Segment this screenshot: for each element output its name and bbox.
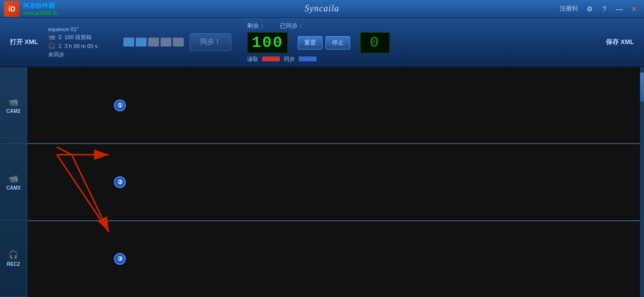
cam3-icon: 📹 [8,174,18,183]
tracks-area: ① ② ③ [27,67,640,297]
timeline-block-1 [123,38,134,47]
side-panel: 📹 CAM2 📹 CAM3 🎧 REC2 [0,67,27,297]
track-cam3-marker: ② [114,176,126,188]
stats-section: 剩余： 已同步： 100 重置 停止 0 读取 同步 [247,22,390,63]
cam3-label: CAM3 [6,185,20,191]
settings-button[interactable]: ⚙ [584,3,595,15]
remaining-value: 100 [247,32,288,53]
title-bar-left: iD 河东软件园 www.pc0359.cn [4,1,57,17]
timeline-block-4 [161,38,171,47]
minimize-button[interactable]: — [613,3,625,15]
read-label: 读取 [247,55,258,63]
track-cam2-marker: ① [114,99,126,111]
sync-button[interactable]: 同步！ [190,33,231,51]
timeline-block-2 [136,38,147,47]
clip-count: 100 段剪辑 [64,34,91,41]
audio-icon: 🎧 [48,43,55,50]
sequence-audio-row: 🎧 1 3 h 00 m 00 s [48,43,117,50]
logo-subtitle: www.pc0359.cn [23,10,57,16]
track-cam2: ① [27,67,640,144]
timeline-blocks [123,38,184,47]
sync-ind-label: 同步 [284,55,295,63]
help-button[interactable]: ? [598,3,610,15]
track-rec2-marker: ③ [114,253,126,265]
stats-labels: 剩余： 已同步： [247,22,390,30]
open-xml-button[interactable]: 打开 XML [6,36,42,49]
video-icon: 📹 [48,34,55,41]
sequence-title: equence 01" [48,26,117,32]
right-scrollbar[interactable] [640,67,644,297]
rec2-label: REC2 [7,261,20,267]
save-xml-button[interactable]: 保存 XML [602,36,638,49]
read-indicator [262,56,280,61]
close-button[interactable]: ✕ [628,3,640,15]
sync-indicator [299,56,317,61]
cam2-icon: 📹 [8,97,18,106]
track-rec2: ③ [27,221,640,297]
action-buttons: 重置 停止 [298,36,350,50]
sequence-video-row: 📹 2 100 段剪辑 [48,34,117,41]
video-count: 2 [58,34,61,40]
register-button[interactable]: 注册到 [557,3,581,14]
reset-button[interactable]: 重置 [298,36,322,50]
unsync-label: 未同步 [48,51,117,58]
stop-button[interactable]: 停止 [325,36,350,50]
cam2-label: CAM2 [6,108,20,114]
remaining-label: 剩余： [247,22,265,30]
sidebar-item-cam2[interactable]: 📹 CAM2 [0,67,27,144]
track-cam3: ② [27,144,640,221]
open-xml-section: 打开 XML [6,36,42,49]
sequence-info: equence 01" 📹 2 100 段剪辑 🎧 1 3 h 00 m 00 … [48,26,117,58]
audio-count: 1 [58,43,61,49]
duration: 3 h 00 m 00 s [64,43,98,49]
logo-text-container: 河东软件园 www.pc0359.cn [23,1,57,16]
logo-title: 河东软件园 [23,1,57,10]
sidebar-item-rec2[interactable]: 🎧 REC2 [0,220,27,297]
stats-values: 100 重置 停止 0 [247,32,390,53]
title-bar: iD 河东软件园 www.pc0359.cn Syncaila 注册到 ⚙ ? … [0,0,644,18]
timeline-block-5 [173,38,184,47]
scrollbar-thumb [640,72,644,102]
rec2-icon: 🎧 [8,250,18,259]
app-title: Syncaila [305,3,339,14]
logo-icon: iD [4,1,20,17]
sidebar-item-cam3[interactable]: 📹 CAM3 [0,144,27,221]
synced-value: 0 [360,32,390,53]
toolbar: 打开 XML equence 01" 📹 2 100 段剪辑 🎧 1 3 h 0… [0,18,644,67]
synced-label: 已同步： [280,22,304,30]
timeline-block-3 [148,38,159,47]
title-bar-right: 注册到 ⚙ ? — ✕ [557,3,640,15]
stats-indicators: 读取 同步 [247,55,390,63]
